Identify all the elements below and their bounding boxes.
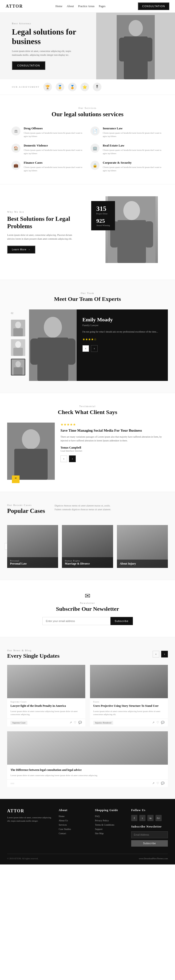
blog-category-1: Supreme Court	[7, 698, 85, 704]
blog-image-2	[90, 665, 168, 698]
team-thumb-1[interactable]	[11, 320, 25, 336]
case-card-1[interactable]: Personal Personal Law	[7, 525, 58, 568]
case-category-1: Personal	[10, 560, 55, 562]
svg-point-11	[15, 321, 21, 328]
linkedin-icon[interactable]: in	[147, 815, 154, 821]
cases-grid: ‹ Personal Personal Law Human Rights Mar…	[7, 525, 168, 568]
testimonial-next-button[interactable]: ›	[69, 455, 76, 462]
team-thumbnails: 02	[7, 309, 29, 381]
comment-icon[interactable]: 💬	[78, 721, 82, 724]
service-corporate-desc: Clients ipsum quam vel hendrebit turm lo…	[103, 166, 164, 172]
service-finance-text: Finance Cases Clients ipsum quam vel hen…	[24, 161, 85, 172]
footer-column-3: Follow Us f t in G+ Subscribe Newsletter…	[131, 808, 168, 846]
footer-logo: ATTOR	[7, 808, 53, 813]
share-icon[interactable]: ↗	[70, 721, 72, 724]
blog-author-tag-2: Injustice Rendered	[93, 721, 113, 725]
nav-pages[interactable]: Pages	[99, 5, 105, 8]
team-next-button[interactable]: ›	[91, 345, 98, 352]
blog-prev-button[interactable]: ‹	[153, 651, 159, 657]
blog-author-tag-3	[11, 783, 14, 784]
service-domestic-name: Domestic Violence	[24, 144, 85, 148]
footer-copyright: © 2019 ATTOR. All rights reserved.	[7, 858, 38, 860]
footer-link-about[interactable]: About Us	[59, 819, 89, 822]
svg-rect-2	[124, 37, 148, 80]
footer-link-home[interactable]: Home	[59, 815, 89, 818]
navigation: ATTOR Home About Practice Areas Pages CO…	[0, 0, 175, 13]
footer-link-contact[interactable]: Contact	[59, 832, 89, 835]
hero-cta-button[interactable]: CONSULTATION	[12, 61, 45, 70]
footer-subscribe-button[interactable]: Subscribe	[131, 840, 168, 846]
footer-newsletter-input[interactable]	[131, 831, 168, 838]
service-corporate-name: Corporate & Security	[103, 161, 164, 165]
cases-header: Our Recent Cases Popular Cases Dignicos …	[7, 504, 168, 519]
blog-title-1[interactable]: Lawyer fight of the Death Penalty in Ame…	[7, 704, 85, 710]
testimonial-section: Testimonial Check What Client Says " ★★★…	[0, 393, 175, 492]
footer-link-faq[interactable]: FAQ	[95, 815, 126, 818]
heart-icon-3[interactable]: ♡	[156, 781, 159, 785]
team-member-bio: I'm not going for what I should ask on m…	[83, 330, 158, 334]
testimonial-heading: Save Time Managing Social Media For Your…	[60, 428, 168, 433]
case-card-2[interactable]: Human Rights Marriage & Divorce	[62, 525, 113, 568]
twitter-icon[interactable]: t	[139, 815, 145, 821]
team-prev-button[interactable]: ‹	[83, 345, 89, 352]
svg-rect-23	[67, 339, 75, 365]
why-learn-more-button[interactable]: Learn More →	[7, 246, 35, 253]
service-finance-name: Finance Cases	[24, 161, 85, 165]
service-domestic-text: Domestic Violence Clients ipsum quam vel…	[24, 144, 85, 155]
svg-rect-22	[30, 339, 39, 365]
heart-icon-2[interactable]: ♡	[156, 721, 159, 724]
blog-post-2: Users Users Projective Using Story Struc…	[90, 665, 168, 727]
team-info: Emily Moady Family Lawyer I'm not going …	[77, 309, 164, 381]
footer-brand: ATTOR Lorem ipsum dolor sit amet, consec…	[7, 808, 53, 846]
googleplus-icon[interactable]: G+	[156, 815, 162, 821]
team-member-name: Emily Moady	[83, 317, 158, 323]
blog-title-3[interactable]: The Difference between legal consultatio…	[7, 768, 168, 774]
footer-link-sitemap[interactable]: Site Map	[95, 832, 126, 835]
service-domestic-desc: Clients ipsum quam vel hendrebit turm lo…	[24, 149, 85, 155]
hero-content: Best Attorney Legal solutions for busine…	[0, 13, 96, 79]
service-real-estate: 🏢 Real Estate Law Clients ipsum quam vel…	[91, 144, 164, 155]
team-label: Our Team	[7, 292, 168, 294]
blog-desc-2: Lorem ipsum dolor sit amet consectetur a…	[90, 710, 168, 719]
svg-rect-15	[13, 348, 23, 356]
nav-consultation-button[interactable]: CONSULTATION	[138, 2, 169, 10]
why-image-area: 315 Project Done 925 Award Winning	[91, 196, 168, 268]
footer-social-links: f t in G+	[131, 815, 168, 821]
corporate-icon: 🔒	[91, 161, 100, 170]
nav-logo[interactable]: ATTOR	[6, 4, 23, 9]
newsletter-email-input[interactable]	[42, 617, 110, 625]
blog-section: Our News & Blog Every Single Updates ‹ ›…	[0, 637, 175, 799]
testimonial-prev-button[interactable]: ‹	[60, 455, 67, 462]
footer-link-cases[interactable]: Case Studies	[59, 828, 89, 830]
share-icon-2[interactable]: ↗	[152, 721, 154, 724]
blog-label: Our News & Blog	[7, 649, 59, 652]
blog-next-button[interactable]: ›	[161, 651, 168, 657]
real-estate-icon: 🏢	[91, 144, 100, 153]
case-card-3[interactable]: About Injury	[117, 525, 168, 568]
hero-title: Legal solutions for business	[12, 27, 89, 46]
footer-link-support[interactable]: Support	[95, 828, 126, 830]
arrow-right-icon: →	[28, 248, 30, 251]
footer-link-terms[interactable]: Terms & Conditions	[95, 824, 126, 826]
facebook-icon[interactable]: f	[131, 815, 137, 821]
heart-icon[interactable]: ♡	[74, 721, 76, 724]
team-thumb-2[interactable]	[11, 339, 25, 356]
nav-about[interactable]: About	[67, 5, 74, 8]
blog-title-2[interactable]: Users Projective Using Story Structure T…	[90, 704, 168, 710]
comment-icon-2[interactable]: 💬	[161, 721, 164, 724]
nav-home[interactable]: Home	[56, 5, 62, 8]
footer-column-2: Shopping Guide FAQ Privacy Policy Terms …	[95, 808, 126, 846]
service-corporate-text: Corporate & Security Clients ipsum quam …	[103, 161, 164, 172]
footer-link-services[interactable]: Services	[59, 824, 89, 826]
quote-icon: "	[12, 476, 19, 483]
nav-practice[interactable]: Practice Areas	[78, 5, 94, 8]
team-thumb-3[interactable]	[11, 359, 25, 375]
newsletter-subscribe-button[interactable]: Subscribe	[110, 617, 133, 625]
footer-link-privacy[interactable]: Privacy Policy	[95, 819, 126, 822]
hero-section: Best Attorney Legal solutions for busine…	[0, 13, 175, 80]
share-icon-3[interactable]: ↗	[152, 781, 154, 785]
comment-icon-3[interactable]: 💬	[161, 781, 164, 785]
why-content: Why We Are Best Solutions for Legal Prob…	[7, 211, 84, 253]
footer: ATTOR Lorem ipsum dolor sit amet, consec…	[0, 799, 175, 864]
testimonial-text: There are many variations passages of Lo…	[60, 435, 168, 442]
